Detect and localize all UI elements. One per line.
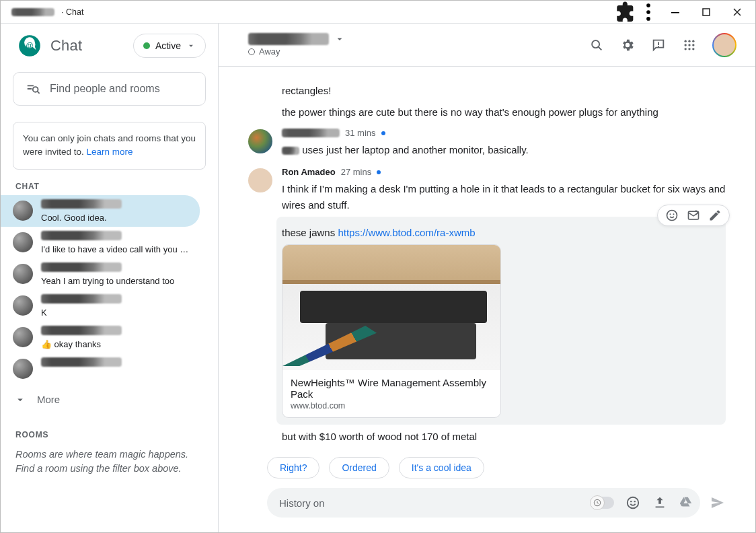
svg-point-15 [688, 44, 690, 46]
chevron-down-icon [186, 41, 196, 50]
chat-preview: 👍 okay thanks [41, 339, 190, 349]
smart-reply-chip[interactable]: Right? [267, 457, 319, 478]
chat-name-redacted [41, 262, 122, 272]
edit-button[interactable] [708, 208, 722, 223]
conversation-name-redacted [248, 33, 329, 45]
smart-reply-chip[interactable]: Ordered [329, 457, 389, 478]
emoji-button[interactable] [625, 495, 641, 511]
message-composer[interactable]: History on [267, 488, 700, 518]
avatar [13, 359, 33, 379]
svg-point-11 [685, 40, 687, 42]
timestamp: 27 mins [341, 167, 372, 177]
forward-button[interactable] [686, 208, 701, 223]
send-button[interactable] [710, 495, 726, 511]
chat-list: Cool. Good idea.I'd like to have a video… [1, 195, 218, 387]
svg-point-21 [670, 213, 671, 215]
svg-point-17 [685, 48, 687, 50]
svg-point-0 [646, 3, 650, 7]
message-text: uses just her laptop and another monitor… [282, 142, 726, 157]
settings-button[interactable] [619, 37, 636, 53]
smart-reply-chip[interactable]: It's a cool idea [399, 457, 484, 478]
avatar [13, 264, 33, 284]
message-text: these jawns https://www.btod.com/ra-xwmb [282, 225, 720, 240]
svg-rect-10 [658, 46, 659, 47]
svg-point-8 [592, 40, 599, 48]
chevron-down-icon [334, 34, 345, 44]
brand: @ Chat [17, 33, 82, 59]
avatar [13, 295, 33, 316]
apps-grid-button[interactable] [681, 37, 697, 53]
window-maximize-button[interactable] [691, 1, 722, 24]
presence-label: Active [155, 40, 181, 51]
titlebar: · Chat [1, 1, 755, 24]
name-redacted [282, 147, 299, 155]
account-avatar-button[interactable] [712, 33, 736, 57]
overflow-menu-icon[interactable] [637, 1, 660, 24]
message-text: the power things are cute but there is n… [282, 106, 726, 118]
react-button[interactable] [665, 208, 679, 223]
link-preview-card[interactable]: NewHeights™ Wire Management Assembly Pac… [282, 244, 501, 418]
message-link[interactable]: https://www.btod.com/ra-xwmb [338, 227, 475, 238]
chat-list-item[interactable]: Cool. Good idea. [1, 195, 200, 227]
link-preview-domain: www.btod.com [291, 401, 492, 411]
drive-button[interactable] [679, 495, 693, 510]
search-input[interactable]: Find people and rooms [13, 72, 206, 106]
history-toggle[interactable] [591, 497, 614, 509]
chat-list-item[interactable]: I'd like to have a video call with you o… [1, 227, 200, 258]
titlebar-suffix: · Chat [61, 7, 83, 17]
conversation-title-button[interactable] [248, 33, 345, 45]
rooms-empty-text: Rooms are where team magic happens. Find… [1, 443, 218, 481]
message: 31 mins uses just her laptop and another… [248, 128, 726, 162]
message-text: but with $10 worth of wood not 170 of me… [282, 429, 726, 444]
svg-point-7 [33, 87, 38, 92]
feedback-button[interactable] [650, 37, 667, 53]
conversation-header: Away [219, 24, 755, 67]
upload-button[interactable] [652, 495, 668, 511]
chat-list-item[interactable]: Yeah I am trying to understand too [1, 258, 200, 290]
more-label: More [37, 394, 60, 405]
search-button[interactable] [589, 37, 605, 53]
svg-point-19 [692, 48, 694, 50]
search-list-icon [26, 81, 40, 96]
chat-name-redacted [41, 199, 122, 209]
svg-point-18 [688, 48, 690, 50]
chat-logo-icon: @ [17, 33, 42, 59]
chat-preview: Cool. Good idea. [41, 213, 190, 223]
svg-point-22 [673, 213, 675, 215]
svg-point-1 [646, 10, 650, 14]
chat-preview: K [41, 308, 190, 318]
window-close-button[interactable] [722, 1, 753, 24]
svg-point-25 [628, 497, 639, 509]
svg-rect-4 [703, 9, 710, 15]
chat-list-item[interactable]: 👍 okay thanks [1, 322, 200, 353]
main-panel: Away rectangles! the power things are cu… [219, 24, 755, 532]
svg-point-2 [646, 17, 650, 21]
avatar [13, 232, 33, 252]
presence-status: Away [259, 46, 280, 57]
extensions-icon[interactable] [614, 1, 637, 24]
chat-list-item[interactable]: K [1, 290, 200, 322]
info-learn-more-link[interactable]: Learn more [87, 147, 133, 157]
chat-list-item[interactable] [1, 353, 200, 383]
svg-point-14 [685, 44, 687, 46]
titlebar-title: · Chat [3, 7, 83, 17]
svg-point-16 [692, 44, 694, 46]
window-minimize-button[interactable] [660, 1, 691, 24]
titlebar-name-redacted [11, 8, 54, 16]
presence-dot-icon [143, 42, 150, 49]
chat-preview: I'd like to have a video call with you o… [41, 244, 190, 254]
away-dot-icon [248, 48, 255, 55]
chat-preview: Yeah I am trying to understand too [41, 276, 190, 286]
presence-dropdown[interactable]: Active [133, 34, 206, 58]
author-name: Ron Amadeo [282, 167, 336, 177]
chat-more-button[interactable]: More [1, 387, 218, 413]
section-rooms-label: ROOMS [1, 427, 218, 443]
unread-dot-icon [381, 131, 385, 135]
avatar [248, 168, 272, 192]
svg-point-20 [667, 210, 677, 220]
avatar [248, 129, 272, 153]
conversation-scroll[interactable]: rectangles! the power things are cute bu… [219, 67, 755, 448]
author-name-redacted [282, 129, 340, 137]
chat-name-redacted [41, 326, 122, 335]
message-actions-toolbar [657, 205, 730, 226]
